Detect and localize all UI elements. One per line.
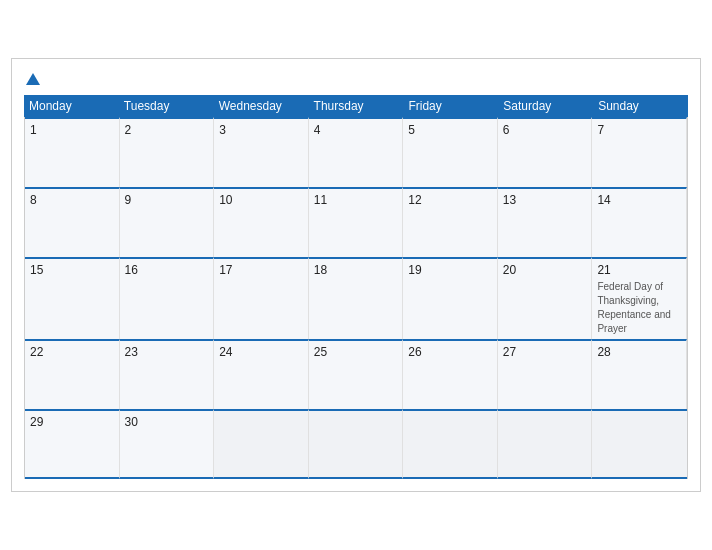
day-number: 9 [125, 193, 209, 207]
cal-cell: 27 [498, 339, 593, 409]
cal-cell [592, 409, 687, 479]
day-number: 23 [125, 345, 209, 359]
day-header-saturday: Saturday [498, 95, 593, 117]
day-number: 19 [408, 263, 492, 277]
cal-cell: 4 [309, 117, 404, 187]
day-number: 11 [314, 193, 398, 207]
day-number: 12 [408, 193, 492, 207]
day-number: 28 [597, 345, 681, 359]
cal-cell: 18 [309, 257, 404, 339]
cal-cell: 15 [25, 257, 120, 339]
day-number: 7 [597, 123, 681, 137]
day-number: 25 [314, 345, 398, 359]
day-number: 17 [219, 263, 303, 277]
day-number: 14 [597, 193, 681, 207]
day-number: 1 [30, 123, 114, 137]
day-number: 6 [503, 123, 587, 137]
cal-cell: 20 [498, 257, 593, 339]
day-header-wednesday: Wednesday [214, 95, 309, 117]
cal-cell: 13 [498, 187, 593, 257]
cal-cell: 9 [120, 187, 215, 257]
cal-cell: 7 [592, 117, 687, 187]
day-number: 18 [314, 263, 398, 277]
cal-cell: 8 [25, 187, 120, 257]
day-number: 10 [219, 193, 303, 207]
cal-cell: 14 [592, 187, 687, 257]
cal-cell: 16 [120, 257, 215, 339]
day-number: 20 [503, 263, 587, 277]
holiday-text: Federal Day of Thanksgiving, Repentance … [597, 281, 670, 334]
cal-cell: 28 [592, 339, 687, 409]
calendar-header [24, 69, 688, 87]
cal-cell: 12 [403, 187, 498, 257]
cal-cell: 25 [309, 339, 404, 409]
cal-cell: 30 [120, 409, 215, 479]
day-number: 8 [30, 193, 114, 207]
cal-cell: 29 [25, 409, 120, 479]
cal-cell [214, 409, 309, 479]
cal-cell: 11 [309, 187, 404, 257]
day-number: 15 [30, 263, 114, 277]
cal-cell: 26 [403, 339, 498, 409]
cal-cell [498, 409, 593, 479]
day-header-friday: Friday [403, 95, 498, 117]
day-header-sunday: Sunday [593, 95, 688, 117]
day-number: 2 [125, 123, 209, 137]
day-number: 13 [503, 193, 587, 207]
calendar-grid: 123456789101112131415161718192021Federal… [24, 117, 688, 479]
calendar: MondayTuesdayWednesdayThursdayFridaySatu… [11, 58, 701, 492]
logo [24, 69, 40, 87]
day-header-thursday: Thursday [309, 95, 404, 117]
day-number: 21 [597, 263, 681, 277]
days-header: MondayTuesdayWednesdayThursdayFridaySatu… [24, 95, 688, 117]
cal-cell: 1 [25, 117, 120, 187]
day-number: 22 [30, 345, 114, 359]
logo-triangle-icon [26, 73, 40, 85]
day-number: 26 [408, 345, 492, 359]
day-number: 30 [125, 415, 209, 429]
cal-cell: 10 [214, 187, 309, 257]
cal-cell: 6 [498, 117, 593, 187]
day-number: 5 [408, 123, 492, 137]
day-number: 24 [219, 345, 303, 359]
cal-cell: 3 [214, 117, 309, 187]
day-number: 4 [314, 123, 398, 137]
cal-cell: 24 [214, 339, 309, 409]
day-number: 16 [125, 263, 209, 277]
cal-cell [309, 409, 404, 479]
cal-cell: 23 [120, 339, 215, 409]
day-number: 27 [503, 345, 587, 359]
cal-cell: 21Federal Day of Thanksgiving, Repentanc… [592, 257, 687, 339]
day-header-tuesday: Tuesday [119, 95, 214, 117]
cal-cell [403, 409, 498, 479]
cal-cell: 22 [25, 339, 120, 409]
day-header-monday: Monday [24, 95, 119, 117]
cal-cell: 2 [120, 117, 215, 187]
logo-line1 [24, 69, 40, 87]
cal-cell: 5 [403, 117, 498, 187]
day-number: 29 [30, 415, 114, 429]
cal-cell: 19 [403, 257, 498, 339]
day-number: 3 [219, 123, 303, 137]
cal-cell: 17 [214, 257, 309, 339]
